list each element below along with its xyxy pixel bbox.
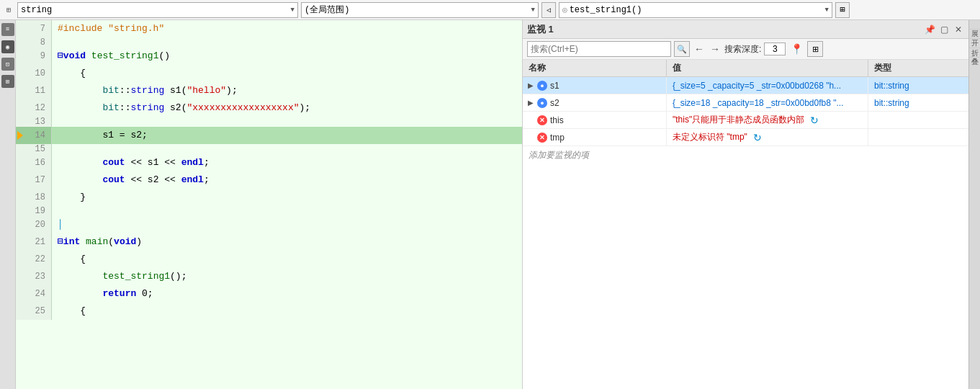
left-sidebar: ≡ ◉ ⊡ ⊞	[0, 20, 16, 389]
expand-icon-s1[interactable]: ▶	[527, 82, 534, 89]
dropdown-scope[interactable]: (全局范围) ▼	[301, 2, 539, 18]
watch-panel: 监视 1 📌 ▢ ✕ 🔍 ← → 搜索深度: 📍 ⊞ 名称	[522, 20, 968, 389]
var-icon-this: ✕	[537, 115, 547, 125]
col-header-value: 值	[667, 60, 868, 76]
watch-pin-icon[interactable]: 📌	[924, 24, 935, 35]
sidebar-icon-3[interactable]: ⊡	[1, 58, 14, 71]
var-value-this: "this"只能用于非静态成员函数内部	[673, 114, 804, 126]
code-editor[interactable]: 7 #include "string.h" 8 9 ⊟void test_str…	[16, 20, 522, 389]
line-content-17[interactable]: cout << s2 << endl;	[52, 171, 522, 189]
line-number-8: 8	[16, 37, 52, 48]
execution-arrow	[17, 131, 23, 140]
sidebar-icon-2[interactable]: ◉	[1, 40, 14, 53]
search-box[interactable]	[527, 41, 671, 57]
var-type-s1: bit::string	[874, 81, 909, 91]
line-content-19[interactable]	[52, 206, 522, 216]
watch-cell-value-s2: {_size=18 _capacity=18 _str=0x00bd0fb8 "…	[667, 94, 868, 111]
sidebar-icon-1[interactable]: ≡	[1, 23, 14, 36]
watch-cell-name-this: ▶ ✕ this	[523, 112, 667, 128]
dropdown-function-label: test_string1()	[570, 5, 642, 15]
dropdown-string-label: string	[21, 5, 52, 15]
line-number-14: 14	[16, 127, 52, 144]
right-bar-item-1[interactable]: 展	[969, 20, 980, 30]
code-line-21: 21 ⊟int main(void)	[16, 233, 522, 251]
dropdown-string[interactable]: string ▼	[17, 2, 298, 18]
code-line-19: 19	[16, 206, 522, 216]
code-line-10: 10 {	[16, 65, 522, 82]
var-icon-s2: ●	[537, 98, 547, 108]
line-number-23: 23	[16, 268, 52, 285]
line-number-21: 21	[16, 233, 52, 251]
line-content-25[interactable]: {	[52, 303, 522, 320]
top-toolbar: ⊞ string ▼ (全局范围) ▼ ◁ ◎ test_string1() ▼…	[0, 0, 980, 20]
sidebar-icon-4[interactable]: ⊞	[1, 75, 14, 88]
line-content-21[interactable]: ⊟int main(void)	[52, 233, 522, 251]
refresh-icon-tmp[interactable]: ↻	[753, 132, 762, 143]
code-line-13: 13	[16, 117, 522, 127]
line-number-9: 9	[16, 48, 52, 65]
watch-cell-type-s1: bit::string	[868, 77, 968, 94]
line-number-17: 17	[16, 171, 52, 189]
columns-button[interactable]: ⊞	[807, 41, 823, 57]
code-line-11: 11 bit::string s1("hello");	[16, 82, 522, 99]
line-content-18[interactable]: }	[52, 189, 522, 206]
var-name-s1: s1	[550, 81, 559, 91]
depth-input[interactable]	[764, 43, 786, 55]
split-button[interactable]: ⊞	[835, 2, 850, 18]
search-button[interactable]: 🔍	[674, 41, 690, 57]
var-icon-s1: ●	[537, 81, 547, 91]
line-content-20[interactable]: │	[52, 216, 522, 233]
dropdown-function[interactable]: ◎ test_string1() ▼	[559, 2, 832, 18]
toolbar-icon-1: ⊞	[3, 4, 14, 16]
nav-arrow-right[interactable]: →	[709, 43, 721, 55]
code-line-16: 16 cout << s1 << endl;	[16, 154, 522, 171]
watch-row-s1[interactable]: ▶ ● s1 {_size=5 _capacity=5 _str=0x00bd0…	[523, 77, 968, 94]
line-content-23[interactable]: test_string1();	[52, 268, 522, 285]
col-header-name: 名称	[523, 60, 667, 76]
nav-button-1[interactable]: ◁	[541, 2, 556, 18]
line-content-22[interactable]: {	[52, 251, 522, 268]
line-content-11[interactable]: bit::string s1("hello");	[52, 82, 522, 99]
right-bar-item-3[interactable]: 折	[969, 39, 980, 48]
expand-icon-s2[interactable]: ▶	[527, 99, 534, 107]
line-content-8[interactable]	[52, 37, 522, 48]
right-bar-item-4[interactable]: 叠	[969, 48, 980, 58]
line-number-19: 19	[16, 206, 52, 216]
var-name-s2: s2	[550, 98, 559, 108]
var-value-tmp: 未定义标识符 "tmp"	[673, 131, 747, 143]
line-number-10: 10	[16, 65, 52, 82]
right-bar-item-2[interactable]: 开	[969, 30, 980, 39]
line-number-25: 25	[16, 303, 52, 320]
line-content-15[interactable]	[52, 144, 522, 154]
watch-cell-name-s2: ▶ ● s2	[523, 94, 667, 111]
code-line-22: 22 {	[16, 251, 522, 268]
watch-table: 名称 值 类型 ▶ ● s1 {_size=5 _capacity=5 _str…	[523, 60, 968, 389]
watch-float-icon[interactable]: ▢	[938, 24, 950, 35]
watch-close-icon[interactable]: ✕	[953, 24, 964, 35]
search-input[interactable]	[531, 44, 667, 54]
line-number-11: 11	[16, 82, 52, 99]
line-content-7[interactable]: #include "string.h"	[52, 20, 522, 37]
nav-arrow-left[interactable]: ←	[693, 43, 706, 55]
line-number-22: 22	[16, 251, 52, 268]
watch-cell-name-s1: ▶ ● s1	[523, 77, 667, 94]
add-watch-row[interactable]: 添加要监视的项	[523, 146, 968, 164]
col-header-type: 类型	[868, 60, 968, 76]
dropdown-scope-label: (全局范围)	[305, 4, 349, 16]
var-type-s2: bit::string	[874, 98, 909, 108]
pin-icon[interactable]: 📍	[788, 41, 804, 57]
watch-row-s2[interactable]: ▶ ● s2 {_size=18 _capacity=18 _str=0x00b…	[523, 94, 968, 112]
line-number-18: 18	[16, 189, 52, 206]
line-content-16[interactable]: cout << s1 << endl;	[52, 154, 522, 171]
line-content-12[interactable]: bit::string s2("xxxxxxxxxxxxxxxxxx");	[52, 99, 522, 117]
line-content-14[interactable]: s1 = s2;	[52, 127, 522, 144]
watch-row-this[interactable]: ▶ ✕ this "this"只能用于非静态成员函数内部 ↻	[523, 112, 968, 129]
line-content-9[interactable]: ⊟void test_string1()	[52, 48, 522, 65]
line-content-24[interactable]: return 0;	[52, 285, 522, 303]
line-content-10[interactable]: {	[52, 65, 522, 82]
refresh-icon-this[interactable]: ↻	[810, 115, 819, 126]
line-content-13[interactable]	[52, 117, 522, 127]
line-number-13: 13	[16, 117, 52, 127]
watch-row-tmp[interactable]: ▶ ✕ tmp 未定义标识符 "tmp" ↻	[523, 129, 968, 146]
watch-cell-value-this: "this"只能用于非静态成员函数内部 ↻	[667, 112, 868, 128]
